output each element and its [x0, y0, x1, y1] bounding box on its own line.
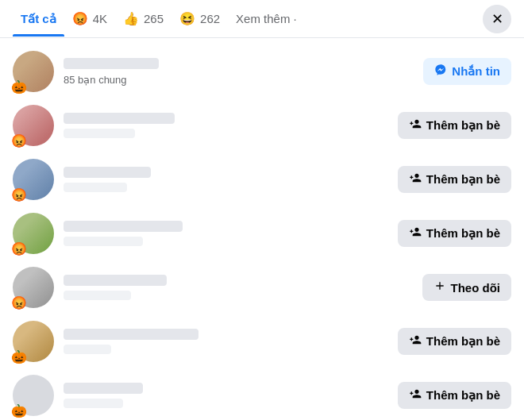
- reaction-badge: 🎃: [11, 81, 27, 94]
- follow-label: Theo dõi: [451, 281, 501, 295]
- user-item: 🎃85 bạn chungNhắn tin: [0, 44, 524, 98]
- tab-like[interactable]: 👍 265: [115, 2, 171, 36]
- messenger-icon: [434, 64, 447, 79]
- follow-icon: [433, 279, 446, 295]
- mutual-friends-text: 85 bạn chung: [64, 74, 414, 86]
- tab-all-label: Tất cả: [21, 12, 56, 26]
- user-info: [64, 383, 388, 408]
- tab-more[interactable]: Xem thêm ·: [228, 2, 305, 35]
- sub-bar: [64, 345, 111, 354]
- user-item: 😡Thêm bạn bè: [0, 206, 524, 260]
- add_friend-icon: [409, 118, 422, 133]
- user-item: 😡Thêm bạn bè: [0, 98, 524, 152]
- reaction-badge: 😡: [11, 135, 27, 148]
- add_friend-label: Thêm bạn bè: [426, 334, 500, 349]
- reaction-badge: 🎃: [11, 405, 27, 418]
- add_friend-label: Thêm bạn bè: [426, 226, 500, 241]
- avatar-wrapper: 🎃: [13, 51, 54, 92]
- user-info: [64, 275, 413, 300]
- name-bar: [64, 383, 143, 394]
- user-item: 🎃Thêm bạn bè: [0, 368, 524, 420]
- add_friend-button[interactable]: Thêm bạn bè: [398, 328, 511, 355]
- tab-bar: Tất cả 😡 4K 👍 265 😆 262 Xem thêm · ✕: [0, 0, 524, 38]
- angry-emoji: 😡: [72, 11, 88, 26]
- tab-angry[interactable]: 😡 4K: [64, 2, 115, 36]
- avatar-wrapper: 😡: [13, 159, 54, 200]
- tab-more-label: Xem thêm ·: [236, 12, 297, 25]
- add_friend-label: Thêm bạn bè: [426, 388, 500, 403]
- name-bar: [64, 221, 183, 232]
- name-bar: [64, 58, 159, 69]
- user-item: 🎃Thêm bạn bè: [0, 314, 524, 368]
- sub-bar: [64, 183, 127, 192]
- tab-all[interactable]: Tất cả: [13, 2, 64, 36]
- like-count: 265: [144, 12, 164, 25]
- add_friend-button[interactable]: Thêm bạn bè: [398, 382, 511, 409]
- add_friend-button[interactable]: Thêm bạn bè: [398, 166, 511, 193]
- messenger-label: Nhắn tin: [452, 64, 500, 79]
- name-bar: [64, 275, 167, 286]
- name-bar: [64, 167, 151, 178]
- user-info: [64, 113, 388, 138]
- user-item: 😡Thêm bạn bè: [0, 152, 524, 206]
- add_friend-label: Thêm bạn bè: [426, 118, 500, 133]
- add_friend-icon: [409, 225, 422, 241]
- close-icon: ✕: [491, 10, 503, 28]
- like-emoji: 👍: [123, 11, 139, 26]
- sub-bar: [64, 399, 123, 408]
- sub-bar: [64, 291, 131, 300]
- user-info: [64, 167, 388, 192]
- user-info: [64, 329, 388, 354]
- sub-bar: [64, 129, 135, 138]
- avatar-wrapper: 🎃: [13, 375, 54, 416]
- reaction-badge: 😡: [11, 297, 27, 310]
- reaction-badge: 🎃: [11, 351, 27, 364]
- avatar-wrapper: 🎃: [13, 321, 54, 362]
- avatar-wrapper: 😡: [13, 105, 54, 146]
- follow-button[interactable]: Theo dõi: [422, 274, 512, 301]
- haha-emoji: 😆: [179, 11, 195, 26]
- add_friend-icon: [409, 333, 422, 349]
- messenger-button[interactable]: Nhắn tin: [423, 58, 511, 85]
- haha-count: 262: [200, 12, 220, 25]
- name-bar: [64, 329, 198, 340]
- reaction-badge: 😡: [11, 243, 27, 256]
- name-bar: [64, 113, 175, 124]
- avatar-wrapper: 😡: [13, 213, 54, 254]
- reaction-badge: 😡: [11, 189, 27, 202]
- user-info: 85 bạn chung: [64, 58, 414, 86]
- add_friend-icon: [409, 171, 422, 187]
- sub-bar: [64, 237, 143, 246]
- user-list: 🎃85 bạn chungNhắn tin😡Thêm bạn bè😡Thêm b…: [0, 38, 524, 420]
- tab-haha[interactable]: 😆 262: [171, 2, 228, 36]
- add_friend-label: Thêm bạn bè: [426, 172, 500, 187]
- user-item: 😡Theo dõi: [0, 260, 524, 314]
- close-button[interactable]: ✕: [483, 5, 511, 33]
- angry-count: 4K: [93, 12, 107, 25]
- avatar-wrapper: 😡: [13, 267, 54, 308]
- add_friend-button[interactable]: Thêm bạn bè: [398, 112, 511, 139]
- add_friend-icon: [409, 387, 422, 403]
- user-info: [64, 221, 388, 246]
- add_friend-button[interactable]: Thêm bạn bè: [398, 220, 511, 247]
